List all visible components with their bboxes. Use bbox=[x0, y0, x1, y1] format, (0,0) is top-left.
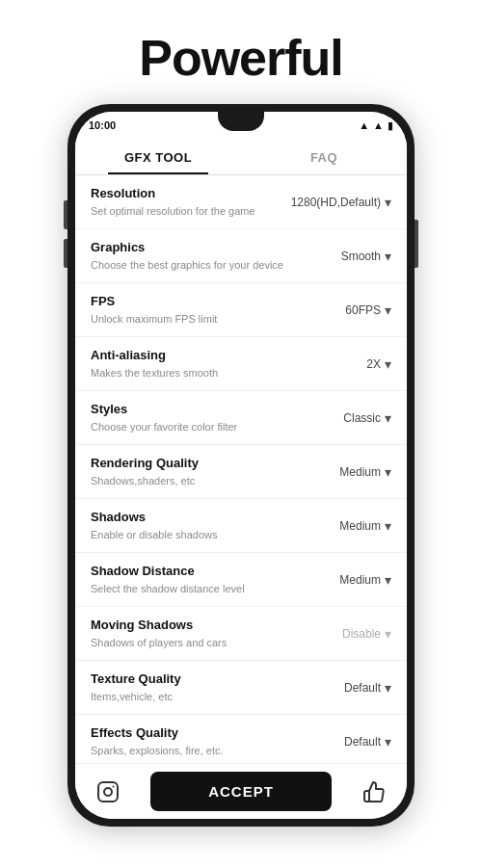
setting-desc-texture-quality: Items,vehicle, etc bbox=[91, 690, 305, 703]
setting-row-styles[interactable]: Styles Choose your favorite color filter… bbox=[75, 391, 407, 445]
setting-value-anti-aliasing[interactable]: 2X ▾ bbox=[305, 356, 391, 372]
setting-value-shadow-distance[interactable]: Medium ▾ bbox=[305, 572, 391, 588]
setting-label-shadows: Shadows bbox=[91, 510, 305, 526]
setting-row-shadow-distance[interactable]: Shadow Distance Select the shadow distan… bbox=[75, 553, 407, 607]
setting-label-moving-shadows: Moving Shadows bbox=[91, 618, 305, 634]
setting-row-texture-quality[interactable]: Texture Quality Items,vehicle, etc Defau… bbox=[75, 661, 407, 715]
accept-button[interactable]: ACCEPT bbox=[150, 772, 332, 811]
dropdown-arrow-styles: ▾ bbox=[385, 410, 391, 426]
battery-icon: ▮ bbox=[388, 119, 393, 132]
setting-row-graphics[interactable]: Graphics Choose the best graphics for yo… bbox=[75, 229, 407, 283]
dropdown-arrow-moving-shadows: ▾ bbox=[385, 626, 391, 642]
setting-label-fps: FPS bbox=[91, 294, 305, 310]
setting-label-styles: Styles bbox=[91, 402, 305, 418]
setting-value-rendering-quality[interactable]: Medium ▾ bbox=[305, 464, 391, 480]
setting-label-anti-aliasing: Anti-aliasing bbox=[91, 348, 305, 364]
instagram-button[interactable] bbox=[91, 775, 125, 809]
setting-label-texture-quality: Texture Quality bbox=[91, 671, 305, 688]
setting-label-effects-quality: Effects Quality bbox=[91, 725, 305, 742]
setting-value-moving-shadows[interactable]: Disable ▾ bbox=[305, 626, 391, 642]
dropdown-arrow-resolution: ▾ bbox=[385, 195, 391, 210]
setting-desc-shadows: Enable or disable shadows bbox=[91, 528, 305, 541]
setting-desc-resolution: Set optimal resolution for the game bbox=[91, 204, 291, 218]
status-bar: 10:00 ▲ ▲ ▮ bbox=[75, 112, 407, 139]
bottom-bar: ACCEPT bbox=[75, 763, 407, 819]
setting-row-moving-shadows[interactable]: Moving Shadows Shadows of players and ca… bbox=[75, 607, 407, 661]
setting-desc-rendering-quality: Shadows,shaders, etc bbox=[91, 474, 305, 487]
svg-rect-0 bbox=[98, 782, 118, 802]
tab-gfx-tool[interactable]: GFX TOOL bbox=[75, 139, 241, 174]
setting-label-resolution: Resolution bbox=[91, 186, 291, 202]
setting-value-shadows[interactable]: Medium ▾ bbox=[305, 518, 391, 534]
setting-desc-anti-aliasing: Makes the textures smooth bbox=[91, 366, 305, 380]
svg-point-1 bbox=[104, 788, 112, 796]
dropdown-arrow-shadow-distance: ▾ bbox=[385, 572, 391, 588]
dropdown-arrow-graphics: ▾ bbox=[385, 249, 391, 264]
setting-row-anti-aliasing[interactable]: Anti-aliasing Makes the textures smooth … bbox=[75, 337, 407, 391]
setting-desc-styles: Choose your favorite color filter bbox=[91, 420, 305, 434]
dropdown-arrow-texture-quality: ▾ bbox=[385, 680, 391, 696]
phone-screen: 10:00 ▲ ▲ ▮ GFX TOOL FAQ Resolution Set … bbox=[75, 112, 407, 819]
setting-desc-shadow-distance: Select the shadow distance level bbox=[91, 582, 305, 595]
setting-desc-moving-shadows: Shadows of players and cars bbox=[91, 636, 305, 649]
setting-row-effects-quality[interactable]: Effects Quality Sparks, explosions, fire… bbox=[75, 715, 407, 763]
wifi-icon: ▲ bbox=[359, 119, 369, 131]
setting-row-resolution[interactable]: Resolution Set optimal resolution for th… bbox=[75, 175, 407, 229]
setting-row-fps[interactable]: FPS Unlock maximum FPS limit 60FPS ▾ bbox=[75, 283, 407, 337]
dropdown-arrow-anti-aliasing: ▾ bbox=[385, 356, 391, 372]
svg-point-2 bbox=[113, 785, 115, 787]
signal-icon: ▲ bbox=[373, 119, 384, 131]
status-icons: ▲ ▲ ▮ bbox=[359, 119, 393, 132]
status-time: 10:00 bbox=[89, 119, 116, 131]
page-title: Powerful bbox=[139, 29, 343, 87]
tab-bar: GFX TOOL FAQ bbox=[75, 139, 407, 175]
setting-label-graphics: Graphics bbox=[91, 240, 305, 256]
dropdown-arrow-rendering-quality: ▾ bbox=[385, 464, 391, 480]
setting-label-rendering-quality: Rendering Quality bbox=[91, 456, 305, 472]
dropdown-arrow-fps: ▾ bbox=[385, 302, 391, 318]
setting-value-graphics[interactable]: Smooth ▾ bbox=[305, 249, 391, 264]
setting-value-texture-quality[interactable]: Default ▾ bbox=[305, 680, 391, 696]
setting-desc-graphics: Choose the best graphics for your device bbox=[91, 258, 305, 272]
dropdown-arrow-shadows: ▾ bbox=[385, 518, 391, 534]
setting-value-effects-quality[interactable]: Default ▾ bbox=[305, 734, 391, 750]
setting-value-styles[interactable]: Classic ▾ bbox=[305, 410, 391, 426]
setting-value-fps[interactable]: 60FPS ▾ bbox=[305, 302, 391, 318]
setting-value-resolution[interactable]: 1280(HD,Default) ▾ bbox=[291, 195, 391, 210]
setting-row-shadows[interactable]: Shadows Enable or disable shadows Medium… bbox=[75, 499, 407, 553]
settings-list: Resolution Set optimal resolution for th… bbox=[75, 175, 407, 763]
phone-frame: 10:00 ▲ ▲ ▮ GFX TOOL FAQ Resolution Set … bbox=[67, 104, 415, 827]
tab-faq[interactable]: FAQ bbox=[241, 139, 407, 174]
setting-row-rendering-quality[interactable]: Rendering Quality Shadows,shaders, etc M… bbox=[75, 445, 407, 499]
setting-desc-fps: Unlock maximum FPS limit bbox=[91, 312, 305, 326]
like-button[interactable] bbox=[357, 775, 391, 809]
setting-label-shadow-distance: Shadow Distance bbox=[91, 564, 305, 580]
dropdown-arrow-effects-quality: ▾ bbox=[385, 734, 391, 750]
setting-desc-effects-quality: Sparks, explosions, fire, etc. bbox=[91, 744, 305, 757]
